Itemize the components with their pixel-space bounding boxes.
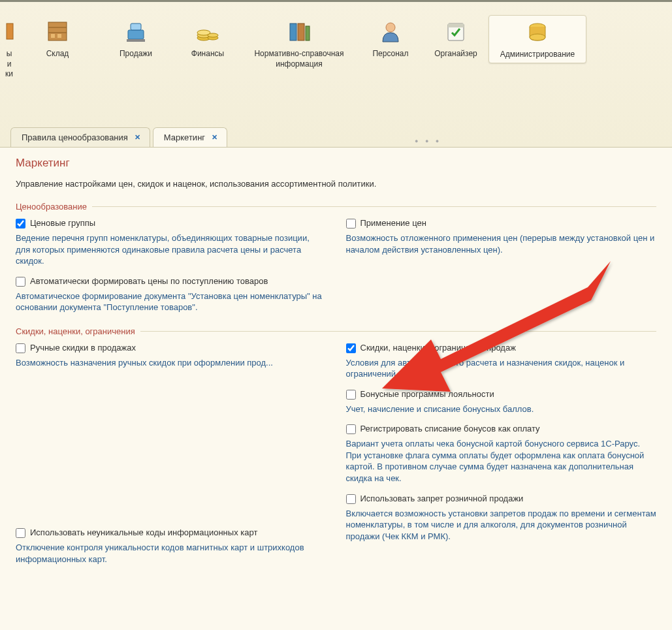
option-description: Включается возможность установки запрето…: [346, 508, 657, 543]
option-checkbox[interactable]: [346, 424, 356, 434]
option-row[interactable]: Применение цен: [346, 218, 657, 228]
close-icon[interactable]: ✕: [212, 133, 217, 142]
option-label: Использовать запрет розничной продажи: [360, 494, 524, 503]
option-label: Ценовые группы: [30, 218, 95, 228]
option-row[interactable]: Использовать запрет розничной продажи: [346, 494, 657, 504]
resize-dots: ● ● ●: [415, 138, 441, 144]
admin-icon: [493, 18, 582, 46]
svg-rect-7: [128, 30, 144, 39]
top-area: ы и киСкладПродажиФинансыНормативно-спра…: [0, 0, 672, 147]
option-label: Использовать неуникальные коды информаци…: [30, 528, 257, 537]
option-label: Ручные скидки в продажах: [30, 343, 136, 353]
toolbar-label: ы и ки: [4, 49, 14, 80]
svg-point-14: [208, 33, 218, 37]
option-row[interactable]: Использовать неуникальные коды информаци…: [16, 528, 327, 538]
svg-rect-0: [7, 24, 13, 39]
option: Использовать неуникальные коды информаци…: [16, 528, 327, 565]
sales-icon: [101, 18, 171, 45]
option: Скидки, наценки и ограничения продажУсло…: [346, 343, 657, 380]
tab[interactable]: Маркетинг✕: [153, 127, 227, 147]
option-row[interactable]: Скидки, наценки и ограничения продаж: [346, 343, 657, 353]
option-description: Автоматическое формирование документа "У…: [16, 291, 327, 313]
option: Применение ценВозможность отложенного пр…: [346, 218, 657, 255]
toolbar-item-finance[interactable]: Финансы: [175, 15, 240, 62]
svg-rect-6: [57, 34, 61, 38]
svg-point-18: [386, 23, 395, 32]
option: Бонусные программы лояльностиУчет, начис…: [346, 389, 657, 415]
page-subtitle: Управление настройками цен, скидок и нац…: [16, 179, 656, 189]
tab-label: Маркетинг: [164, 133, 205, 142]
toolbar-item-sales[interactable]: Продажи: [97, 15, 175, 62]
option-checkbox[interactable]: [346, 390, 356, 400]
toolbar-label: Администрирование: [493, 50, 582, 60]
finance-icon: [179, 18, 236, 45]
content-panel: Маркетинг Управление настройками цен, ск…: [0, 147, 672, 630]
option: Автоматически формировать цены по поступ…: [16, 276, 327, 313]
option-checkbox[interactable]: [346, 343, 356, 353]
option-row[interactable]: Ценовые группы: [16, 218, 327, 228]
option-checkbox[interactable]: [346, 494, 356, 504]
option-checkbox[interactable]: [16, 277, 25, 287]
section-header-discounts: Скидки, наценки, ограничения: [16, 326, 656, 336]
tab-label: Правила ценообразования: [22, 133, 128, 142]
personnel-icon: [362, 18, 419, 45]
option-description: Возможность назначения ручных скидок при…: [16, 357, 327, 369]
toolbar-item-goods[interactable]: ы и ки: [0, 15, 18, 82]
option-row[interactable]: Автоматически формировать цены по поступ…: [16, 276, 327, 287]
toolbar-label: Органайзер: [427, 49, 485, 59]
toolbar-item-organizer[interactable]: Органайзер: [423, 15, 488, 62]
svg-rect-5: [51, 34, 55, 38]
toolbar-item-admin[interactable]: Администрирование: [488, 15, 586, 63]
toolbar-item-personnel[interactable]: Персонал: [358, 15, 423, 62]
svg-point-22: [530, 34, 545, 40]
toolbar-item-reference[interactable]: Нормативно-справочная информация: [240, 15, 358, 72]
option-label: Скидки, наценки и ограничения продаж: [360, 343, 516, 353]
svg-rect-17: [306, 26, 310, 40]
main-toolbar: ы и киСкладПродажиФинансыНормативно-спра…: [0, 2, 672, 82]
option: Использовать запрет розничной продажиВкл…: [346, 494, 657, 543]
option: Регистрировать списание бонусов как опла…: [346, 424, 657, 484]
option-label: Бонусные программы лояльности: [360, 389, 494, 399]
option-row[interactable]: Ручные скидки в продажах: [16, 343, 327, 353]
close-icon[interactable]: ✕: [135, 133, 140, 142]
svg-rect-15: [290, 24, 296, 40]
option-checkbox[interactable]: [16, 343, 25, 353]
toolbar-label: Финансы: [179, 49, 236, 59]
warehouse-icon: [22, 18, 93, 45]
option-label: Регистрировать списание бонусов как опла…: [360, 424, 540, 433]
option-description: Возможность отложенного применения цен (…: [346, 232, 657, 255]
option-checkbox[interactable]: [16, 528, 25, 538]
reference-icon: [244, 18, 354, 45]
option-checkbox[interactable]: [346, 219, 356, 228]
option-description: Отключение контроля уникальности кодов м…: [16, 542, 327, 565]
tab[interactable]: Правила ценообразования✕: [10, 127, 150, 147]
toolbar-label: Склад: [22, 49, 93, 59]
option: Ручные скидки в продажахВозможность назн…: [16, 343, 327, 369]
option-checkbox[interactable]: [16, 219, 25, 228]
organizer-icon: [427, 18, 485, 45]
option-row[interactable]: Бонусные программы лояльности: [346, 389, 657, 400]
option-description: Ведение перечня групп номенклатуры, объе…: [16, 232, 327, 267]
option-description: Вариант учета оплаты чека бонусной карто…: [346, 438, 657, 484]
option-description: Условия для автоматического расчета и на…: [346, 357, 657, 380]
toolbar-label: Нормативно-справочная информация: [244, 49, 354, 69]
option-description: Учет, начисление и списание бонусных бал…: [346, 403, 657, 415]
svg-rect-20: [448, 24, 464, 27]
option-label: Автоматически формировать цены по поступ…: [30, 276, 268, 286]
section-header-pricing: Ценообразование: [16, 202, 656, 212]
toolbar-label: Персонал: [362, 49, 419, 59]
svg-rect-16: [298, 24, 304, 40]
toolbar-label: Продажи: [101, 49, 171, 59]
page-title: Маркетинг: [16, 157, 656, 170]
svg-rect-9: [127, 39, 145, 42]
option: Ценовые группыВедение перечня групп номе…: [16, 218, 327, 267]
svg-rect-8: [131, 24, 141, 30]
option-label: Применение цен: [360, 218, 426, 228]
toolbar-item-warehouse[interactable]: Склад: [18, 15, 97, 62]
goods-icon: [4, 18, 14, 45]
tabs-row: Правила ценообразования✕Маркетинг✕: [10, 127, 230, 147]
option-row[interactable]: Регистрировать списание бонусов как опла…: [346, 424, 657, 434]
